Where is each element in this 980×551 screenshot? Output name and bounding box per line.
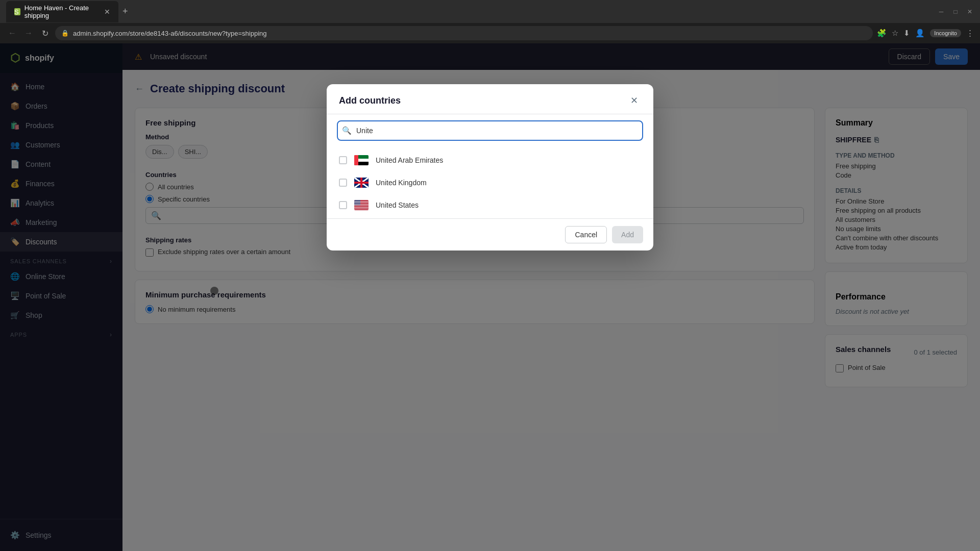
incognito-badge: Incognito: [930, 29, 961, 37]
uae-checkbox[interactable]: [339, 156, 347, 164]
add-button[interactable]: Add: [612, 226, 643, 243]
modal-search-icon: 🔍: [342, 126, 352, 135]
menu-icon[interactable]: ⋮: [966, 29, 974, 38]
close-window-button[interactable]: ✕: [966, 8, 974, 16]
tab-close-button[interactable]: ✕: [104, 8, 110, 16]
back-nav-button[interactable]: ←: [6, 29, 18, 38]
bookmark-icon[interactable]: ☆: [892, 29, 898, 38]
tab-favicon: S: [14, 8, 20, 15]
modal-header: Add countries ✕: [327, 84, 653, 114]
modal-overlay: Add countries ✕ 🔍 United Arab Emirates U…: [0, 43, 980, 551]
url-text: admin.shopify.com/store/de8143-a6/discou…: [73, 30, 267, 37]
uae-flag-icon: [354, 155, 369, 165]
cancel-button[interactable]: Cancel: [565, 226, 607, 243]
browser-toolbar: ← → ↻ 🔒 admin.shopify.com/store/de8143-a…: [0, 23, 980, 43]
browser-chrome: S Home Haven - Create shipping ✕ + ─ □ ✕: [0, 0, 980, 23]
modal-close-button[interactable]: ✕: [627, 93, 641, 108]
modal-country-list: United Arab Emirates United Kingdom Unit…: [327, 147, 653, 218]
lock-icon: 🔒: [61, 30, 69, 37]
download-icon[interactable]: ⬇: [903, 29, 910, 38]
maximize-button[interactable]: □: [951, 8, 960, 16]
country-item-uae[interactable]: United Arab Emirates: [327, 149, 653, 171]
modal-search-section: 🔍: [327, 114, 653, 147]
uk-flag-icon: [354, 178, 369, 188]
modal-footer: Cancel Add: [327, 218, 653, 251]
us-checkbox[interactable]: [339, 201, 347, 209]
extensions-icon[interactable]: 🧩: [877, 29, 887, 38]
modal-search-input[interactable]: [337, 120, 643, 141]
uk-checkbox[interactable]: [339, 179, 347, 187]
country-item-us[interactable]: United States: [327, 194, 653, 216]
uae-country-name: United Arab Emirates: [376, 156, 443, 164]
us-flag-icon: [354, 200, 369, 210]
window-controls: ─ □ ✕: [937, 8, 974, 16]
minimize-button[interactable]: ─: [937, 8, 945, 16]
add-countries-modal: Add countries ✕ 🔍 United Arab Emirates U…: [327, 84, 653, 251]
toolbar-icons: 🧩 ☆ ⬇ 👤 Incognito ⋮: [877, 29, 974, 38]
profile-icon[interactable]: 👤: [915, 29, 925, 38]
reload-button[interactable]: ↻: [39, 29, 51, 38]
modal-title: Add countries: [339, 95, 401, 106]
tab-title: Home Haven - Create shipping: [24, 4, 100, 19]
forward-nav-button[interactable]: →: [22, 29, 35, 38]
country-item-uk[interactable]: United Kingdom: [327, 171, 653, 194]
us-country-name: United States: [376, 201, 419, 209]
modal-search-wrapper: 🔍: [337, 120, 643, 141]
new-tab-button[interactable]: +: [122, 6, 128, 17]
address-bar[interactable]: 🔒 admin.shopify.com/store/de8143-a6/disc…: [55, 26, 873, 40]
active-tab[interactable]: S Home Haven - Create shipping ✕: [6, 1, 118, 22]
uk-country-name: United Kingdom: [376, 179, 427, 187]
browser-tabs: S Home Haven - Create shipping ✕ +: [6, 1, 933, 22]
